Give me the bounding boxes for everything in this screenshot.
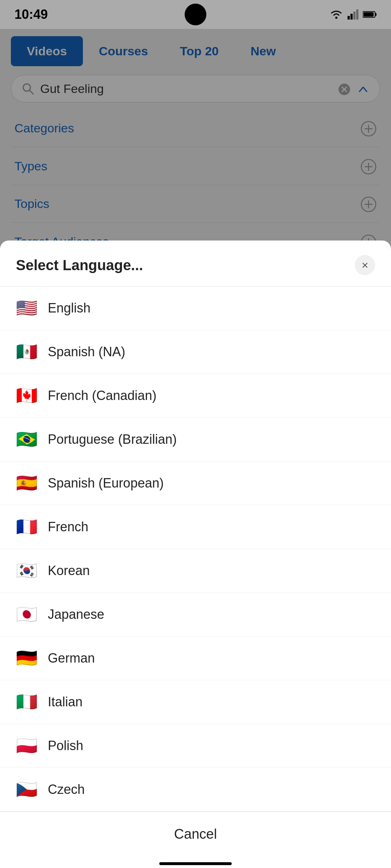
sheet-title: Select Language... [16, 257, 143, 273]
language-name-italian: Italian [48, 694, 83, 710]
language-name-korean: Korean [48, 563, 90, 578]
language-name-french-canadian: French (Canadian) [48, 388, 156, 403]
language-name-english: English [48, 301, 91, 316]
flag-english: 🇺🇸 [16, 299, 38, 317]
language-item-italian[interactable]: 🇮🇹Italian [0, 680, 391, 724]
language-item-french[interactable]: 🇫🇷French [0, 505, 391, 549]
language-item-spanish-european[interactable]: 🇪🇸Spanish (European) [0, 461, 391, 505]
language-item-spanish-na[interactable]: 🇲🇽Spanish (NA) [0, 330, 391, 374]
flag-italian: 🇮🇹 [16, 693, 38, 711]
language-name-portuguese-brazilian: Portuguese (Brazilian) [48, 432, 177, 447]
language-item-german[interactable]: 🇩🇪German [0, 637, 391, 680]
language-list: 🇺🇸English🇲🇽Spanish (NA)🇨🇦French (Canadia… [0, 286, 391, 812]
close-icon: × [362, 259, 369, 272]
flag-portuguese-brazilian: 🇧🇷 [16, 431, 38, 448]
flag-polish: 🇵🇱 [16, 737, 38, 754]
flag-japanese: 🇯🇵 [16, 606, 38, 623]
language-select-sheet: Select Language... × 🇺🇸English🇲🇽Spanish … [0, 241, 391, 868]
flag-spanish-european: 🇪🇸 [16, 475, 38, 492]
language-item-english[interactable]: 🇺🇸English [0, 286, 391, 330]
language-name-spanish-european: Spanish (European) [48, 476, 164, 491]
language-name-japanese: Japanese [48, 607, 104, 622]
bottom-indicator [159, 862, 232, 865]
flag-french: 🇫🇷 [16, 518, 38, 536]
language-name-spanish-na: Spanish (NA) [48, 344, 125, 359]
flag-spanish-na: 🇲🇽 [16, 343, 38, 361]
flag-french-canadian: 🇨🇦 [16, 387, 38, 404]
language-name-french: French [48, 519, 88, 535]
language-item-french-canadian[interactable]: 🇨🇦French (Canadian) [0, 374, 391, 418]
language-item-portuguese-brazilian[interactable]: 🇧🇷Portuguese (Brazilian) [0, 418, 391, 461]
sheet-close-button[interactable]: × [355, 255, 375, 275]
language-item-japanese[interactable]: 🇯🇵Japanese [0, 593, 391, 637]
cancel-label: Cancel [174, 826, 217, 842]
language-name-polish: Polish [48, 738, 83, 753]
language-item-korean[interactable]: 🇰🇷Korean [0, 549, 391, 593]
flag-czech: 🇨🇿 [16, 781, 38, 798]
sheet-header: Select Language... × [0, 241, 391, 286]
language-name-czech: Czech [48, 782, 85, 797]
flag-korean: 🇰🇷 [16, 562, 38, 579]
flag-german: 🇩🇪 [16, 650, 38, 667]
language-item-czech[interactable]: 🇨🇿Czech [0, 768, 391, 812]
language-name-german: German [48, 651, 95, 666]
language-item-polish[interactable]: 🇵🇱Polish [0, 724, 391, 768]
cancel-button[interactable]: Cancel [0, 812, 391, 856]
